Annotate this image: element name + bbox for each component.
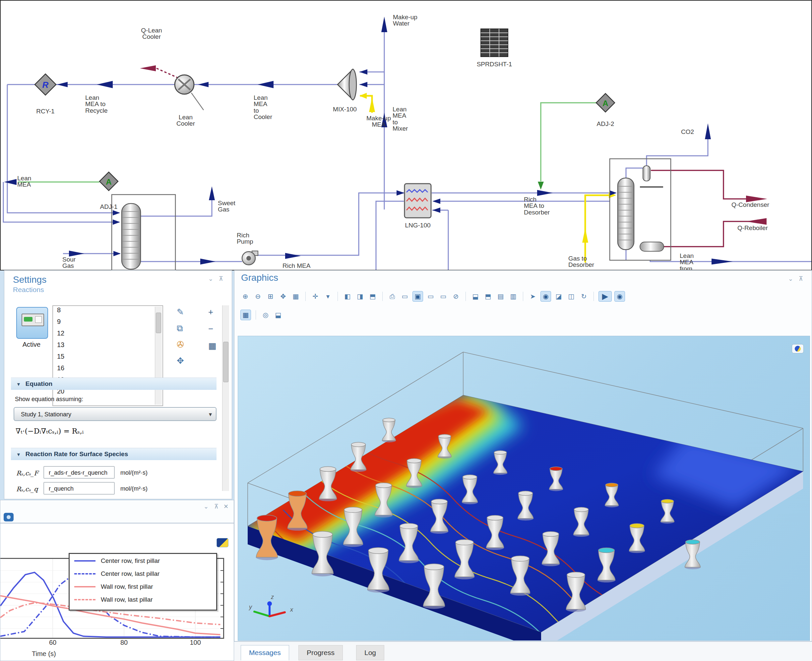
- unit-mix-100[interactable]: [337, 69, 356, 100]
- copy-icon[interactable]: ⧉: [177, 323, 197, 334]
- reset-view-icon[interactable]: ↻: [579, 291, 589, 301]
- active-toggle-button[interactable]: [16, 307, 48, 339]
- unit-sprdsht-1[interactable]: [481, 29, 508, 57]
- unit-label: SPRDSHT-1: [477, 61, 512, 67]
- stream-label: Lean MEA: [17, 175, 31, 188]
- rate-label-forward: Rₛ,cₛ_F: [16, 469, 38, 477]
- svg-text:A: A: [603, 99, 608, 108]
- x-tick-label: 100: [190, 639, 201, 647]
- show-hide-icon[interactable]: ◉: [540, 291, 551, 302]
- unit-label: RCY-1: [36, 108, 54, 114]
- list-item[interactable]: 15: [53, 352, 163, 364]
- x-axis-label: Time (s): [32, 650, 56, 658]
- scene-orientation-icon[interactable]: ✛: [310, 291, 320, 301]
- stream-label: Q-Condenser: [731, 201, 769, 208]
- plot-grid-icon[interactable]: ▦: [240, 310, 251, 320]
- toolbar-separator: [465, 292, 466, 301]
- snapshot-icon[interactable]: ✇: [177, 340, 197, 350]
- image-snapshot-icon[interactable]: ▣: [412, 291, 423, 302]
- chart-legend: Center row, first pillarCenter row, last…: [69, 553, 217, 611]
- go-to-default-view-icon[interactable]: ✥: [278, 291, 288, 301]
- transparency-icon[interactable]: ◫: [566, 291, 576, 301]
- scene-light-icon[interactable]: ▤: [496, 291, 506, 301]
- export-image-icon[interactable]: ▭: [426, 291, 436, 301]
- unit-adj-2[interactable]: A: [596, 94, 615, 112]
- clip-plane-icon[interactable]: ◪: [554, 291, 564, 301]
- unit-rcy-1[interactable]: R: [35, 74, 56, 95]
- settings-panel: ⌄ ⊼ Settings Reactions Active 8912131516…: [4, 270, 232, 499]
- energy-streams[interactable]: [157, 68, 765, 247]
- export-animation-icon[interactable]: ▭: [438, 291, 448, 301]
- pin-icon[interactable]: ⊼: [219, 275, 223, 283]
- lock-view-icon[interactable]: ⬓: [273, 310, 283, 320]
- print-icon[interactable]: ⎙: [387, 291, 397, 301]
- graphics-panel: ⌄ ⊼ Graphics ⊕⊖⊞✥▦✛▾◧◨⬒⎙▭▣▭▭⊘⬓⬒▤▥➤◉◪◫↻▶◉…: [234, 270, 812, 642]
- rate-input-quench[interactable]: r_quench: [43, 482, 115, 495]
- animation-settings-icon[interactable]: ◉: [614, 291, 625, 302]
- list-item[interactable]: 12: [53, 329, 163, 341]
- unit-lean-cooler[interactable]: [175, 75, 204, 110]
- list-item[interactable]: 8: [53, 306, 163, 318]
- edit-icon[interactable]: ✎: [177, 307, 197, 317]
- toolbar-separator: [337, 292, 338, 301]
- zoom-in-icon[interactable]: ⊕: [240, 291, 250, 301]
- collapse-icon[interactable]: ⌄: [788, 275, 793, 283]
- view-yz-icon[interactable]: ◨: [355, 291, 365, 301]
- unit-adj-1[interactable]: A: [99, 172, 118, 191]
- legend-entry: Wall row, first pillar: [101, 583, 153, 591]
- close-icon[interactable]: ✕: [224, 503, 229, 510]
- unit-lng-100[interactable]: [404, 184, 431, 218]
- zoom-box-icon[interactable]: ▦: [291, 291, 301, 301]
- plot-settings-icon[interactable]: [216, 538, 229, 547]
- unit-desorber[interactable]: [610, 159, 671, 260]
- axis-label-z: z: [270, 594, 274, 600]
- list-item[interactable]: 9: [53, 318, 163, 329]
- collapse-icon[interactable]: ⌄: [204, 503, 209, 510]
- orientation-caret-icon[interactable]: ▾: [323, 291, 333, 301]
- unit-absorber[interactable]: [112, 195, 176, 270]
- adjust-connections[interactable]: [18, 103, 596, 182]
- reaction-number-list[interactable]: 89121315161920: [53, 305, 163, 406]
- unit-label: MIX-100: [333, 106, 357, 112]
- save-view-icon[interactable]: ⬓: [470, 291, 480, 301]
- pin-icon[interactable]: ⊼: [214, 503, 219, 510]
- move-icon[interactable]: ✥: [177, 356, 197, 366]
- x-tick-label: 60: [49, 639, 56, 647]
- toolbar-separator: [593, 292, 594, 301]
- tab-log[interactable]: Log: [356, 645, 384, 660]
- zoom-out-icon[interactable]: ⊖: [253, 291, 263, 301]
- panel-icon[interactable]: [4, 513, 14, 521]
- chart-panel: 6080100 Time (s) Center row, first pilla…: [0, 523, 234, 661]
- named-view-icon[interactable]: ⬒: [483, 291, 493, 301]
- stream-label: Q-Reboiler: [737, 225, 768, 231]
- panel-scrollbar[interactable]: [222, 305, 229, 491]
- color-theme-icon[interactable]: ▥: [508, 291, 518, 301]
- rate-input-forward[interactable]: r_ads-r_des-r_quench: [43, 466, 115, 479]
- toolbar-separator: [305, 292, 306, 301]
- copy-image-icon[interactable]: ▭: [400, 291, 410, 301]
- legend-entry: Center row, last pillar: [101, 570, 160, 578]
- canvas-context-icon[interactable]: [792, 344, 804, 353]
- list-item[interactable]: 13: [53, 341, 163, 352]
- play-animation-icon[interactable]: ▶: [598, 291, 612, 302]
- active-label: Active: [16, 341, 47, 348]
- tab-messages[interactable]: Messages: [241, 645, 289, 660]
- pin-icon[interactable]: ⊼: [799, 275, 803, 283]
- 3d-plot-canvas[interactable]: xyz: [238, 336, 810, 641]
- stream-label: Rich MEA: [283, 263, 310, 269]
- list-scrollbar[interactable]: [155, 307, 162, 405]
- tab-progress[interactable]: Progress: [299, 645, 343, 660]
- study-dropdown[interactable]: Study 1, Stationary▾: [14, 407, 216, 421]
- zoom-extents-icon[interactable]: ⊞: [265, 291, 275, 301]
- select-arrow-icon[interactable]: ➤: [528, 291, 538, 301]
- collapse-icon[interactable]: ⌄: [208, 275, 213, 283]
- rate-section-header[interactable]: ▼Reaction Rate for Surface Species: [11, 448, 216, 460]
- equation-section-header[interactable]: ▼Equation: [11, 378, 216, 390]
- unit-rich-pump[interactable]: [242, 251, 258, 265]
- unit-label: ADJ-1: [100, 204, 118, 210]
- view-xz-icon[interactable]: ⬒: [368, 291, 378, 301]
- camera-icon[interactable]: ◎: [261, 310, 270, 320]
- list-item[interactable]: 16: [53, 364, 163, 375]
- disable-selection-icon[interactable]: ⊘: [451, 291, 461, 301]
- view-xy-icon[interactable]: ◧: [342, 291, 352, 301]
